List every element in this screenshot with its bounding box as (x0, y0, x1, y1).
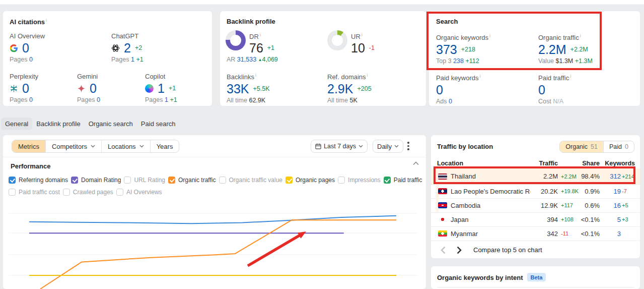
toggle-organic[interactable]: Organic51 (560, 141, 603, 152)
perplexity-metric: Perplexity 0 Pages 0 (10, 72, 38, 103)
prev-page-button[interactable] (440, 246, 448, 254)
chatgpt-icon (111, 44, 120, 52)
flag-icon-thailand (438, 174, 447, 180)
performance-chart (3, 199, 426, 289)
compare-top5-link[interactable]: Compare top 5 on chart (473, 243, 542, 257)
page: AI citationsi AI Overview 0 Pages 0 Chat… (0, 0, 644, 289)
keywords-value[interactable]: 312 (610, 168, 621, 184)
copilot-metric: Copilot 1 +1 Pages 1 +1 (145, 72, 177, 103)
gemini-metric: Gemini 0 Pages 0 (77, 72, 100, 103)
keywords-value[interactable]: 5 (617, 212, 621, 226)
filter-locations[interactable]: Locations (101, 140, 150, 152)
granularity-button[interactable]: Daily (373, 140, 403, 153)
keywords-change: -7 (622, 184, 627, 198)
perplexity-value[interactable]: 0 (22, 81, 29, 96)
checkbox-icon[interactable] (285, 177, 293, 184)
organic-keywords-value[interactable]: 373 (436, 42, 457, 57)
ai-overview-pages[interactable]: 0 (29, 56, 33, 63)
checkbox-icon[interactable] (124, 177, 131, 184)
location-row-laos[interactable]: Lao People's Democratic Reput20.2K+19.8K… (431, 184, 640, 199)
chevron-down-icon (91, 145, 95, 148)
ai-overview-value[interactable]: 0 (22, 41, 29, 55)
paid-keywords-value[interactable]: 0 (436, 83, 443, 97)
tab-backlink-profile[interactable]: Backlink profile (32, 118, 84, 130)
organic-traffic-metric: Organic traffici 2.2M+2.2M Value $1.3M +… (538, 31, 593, 65)
location-row-japan[interactable]: Japan394+108<0.1%5+3 (431, 212, 640, 227)
top-white-strip (0, 0, 644, 5)
keywords-value[interactable]: 16 (614, 198, 621, 212)
traffic-value: 20.2K (541, 184, 558, 198)
location-name: Japan (451, 212, 468, 226)
ref-domains-value[interactable]: 2.9K (327, 82, 353, 96)
checkbox-icon[interactable] (219, 177, 226, 184)
metric-checkbox-ai-overviews[interactable]: AI Overviews (116, 189, 162, 196)
date-range-button[interactable]: Last 7 days (311, 140, 368, 153)
share-value: <0.1% (581, 226, 600, 241)
metric-checkbox-referring-domains[interactable]: Referring domains (9, 177, 68, 184)
organic-paid-toggle: Organic51 Paid0 (559, 141, 634, 153)
metric-checkbox-organic-traffic-value[interactable]: Organic traffic value (219, 177, 283, 184)
location-row-myanmar[interactable]: Myanmar342-11<0.1%3 (431, 226, 640, 241)
checkbox-icon[interactable] (168, 177, 175, 184)
chatgpt-pages[interactable]: 1 (131, 56, 134, 63)
checkbox-icon[interactable] (116, 189, 123, 196)
paid-traffic-metric: Paid traffici 0 Cost N/A (538, 72, 571, 105)
chevron-down-icon (359, 145, 363, 148)
copilot-pages[interactable]: 1 (165, 96, 168, 103)
keywords-value[interactable]: 3 (617, 226, 621, 241)
ads-value[interactable]: 0 (449, 98, 452, 105)
gemini-value[interactable]: 0 (90, 81, 97, 96)
tab-organic-search[interactable]: Organic search (85, 118, 137, 130)
checkbox-icon[interactable] (71, 177, 78, 184)
checkbox-icon[interactable] (338, 177, 345, 184)
metric-checkbox-domain-rating[interactable]: Domain Rating (71, 177, 121, 184)
location-row-thailand[interactable]: Thailand2.2M+2.2M98.4%312+214 (431, 168, 640, 185)
metric-checkbox-organic-traffic[interactable]: Organic traffic (168, 177, 216, 184)
more-options-button[interactable] (407, 142, 409, 152)
checkbox-icon[interactable] (384, 177, 391, 184)
gemini-pages[interactable]: 0 (97, 96, 100, 103)
location-name: Myanmar (451, 226, 478, 241)
location-row-cambodia[interactable]: Cambodia12.9K+1170.6%16+5 (431, 198, 640, 213)
metric-checkbox-paid-traffic[interactable]: Paid traffic (384, 177, 422, 184)
filter-years[interactable]: Years (150, 140, 179, 152)
ai-overview-metric: AI Overview 0 Pages 0 (10, 31, 45, 63)
copilot-label: Copilot (145, 72, 177, 81)
traffic-by-location-title: Traffic by location (437, 143, 493, 150)
chatgpt-value[interactable]: 2 (124, 41, 131, 55)
metric-checkbox-impressions[interactable]: Impressions (338, 177, 381, 184)
performance-checkbox-row-1: Referring domainsDomain RatingURL Rating… (9, 177, 422, 184)
metric-checkbox-paid-traffic-cost[interactable]: Paid traffic cost (9, 189, 60, 196)
tab-paid-search[interactable]: Paid search (137, 118, 180, 130)
share-value: 0.9% (585, 184, 600, 198)
top3-value[interactable]: 238 (453, 57, 464, 65)
location-name: Cambodia (451, 198, 480, 212)
ref-domains-metric: Ref. domainsi 2.9K+205 All time 5K (327, 71, 372, 104)
toggle-paid[interactable]: Paid0 (603, 141, 634, 152)
gemini-icon (77, 84, 86, 93)
checkbox-icon[interactable] (63, 189, 70, 196)
copilot-value[interactable]: 1 (158, 81, 165, 96)
checkbox-icon[interactable] (9, 189, 16, 196)
organic-traffic-value[interactable]: 2.2M (538, 42, 566, 57)
next-page-button[interactable] (455, 246, 463, 254)
metric-checkbox-crawled-pages[interactable]: Crawled pages (63, 189, 113, 196)
tab-general[interactable]: General (1, 118, 32, 130)
filter-competitors[interactable]: Competitors (45, 140, 101, 152)
metric-checkbox-organic-pages[interactable]: Organic pages (285, 177, 335, 184)
ur-value: 10 (351, 41, 365, 55)
checkbox-icon[interactable] (9, 177, 16, 184)
keywords-value[interactable]: 19 (614, 184, 621, 198)
ar-value[interactable]: 31,533 (237, 56, 256, 63)
ai-overview-label: AI Overview (10, 31, 45, 41)
backlinks-value[interactable]: 33K (227, 82, 249, 96)
perplexity-pages[interactable]: 0 (29, 96, 33, 103)
filter-metrics[interactable]: Metrics (12, 140, 45, 152)
metric-checkbox-url-rating[interactable]: URL Rating (124, 177, 165, 184)
keywords-change: +3 (622, 212, 628, 226)
location-name: Thailand (451, 168, 476, 184)
paid-traffic-value[interactable]: 0 (538, 83, 545, 97)
paid-keywords-metric: Paid keywordsi 0 Ads 0 (436, 72, 481, 105)
collapse-chevron-icon[interactable] (413, 161, 419, 165)
chatgpt-label: ChatGPT (111, 31, 144, 41)
